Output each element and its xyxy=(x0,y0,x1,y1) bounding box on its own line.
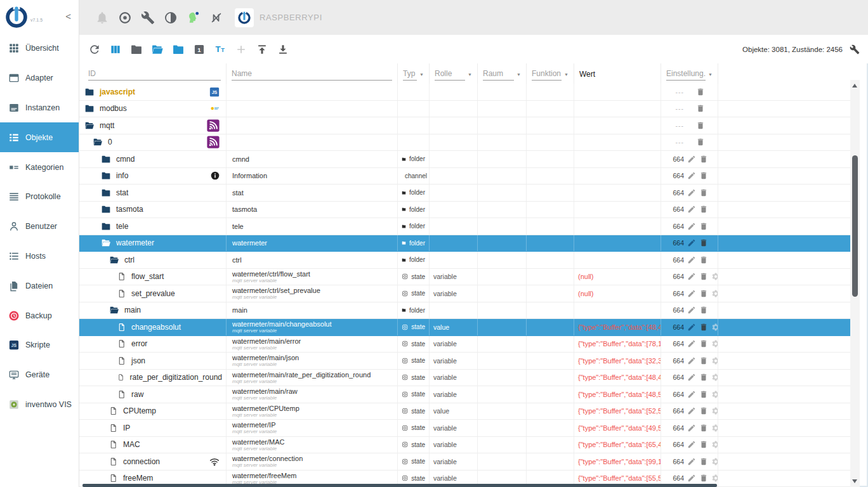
pencil-icon[interactable] xyxy=(687,171,696,180)
columns-icon[interactable] xyxy=(109,43,122,56)
trash-icon[interactable] xyxy=(699,188,708,197)
expand-one-icon[interactable]: 1 xyxy=(193,43,206,56)
trash-icon[interactable] xyxy=(696,121,705,130)
visibility-icon[interactable] xyxy=(118,11,132,25)
table-row[interactable]: jsonwatermeter/main/jsonmqtt server vari… xyxy=(79,353,850,370)
column-header-typ[interactable]: Typ▼ xyxy=(398,63,430,84)
trash-icon[interactable] xyxy=(699,457,708,466)
pencil-icon[interactable] xyxy=(687,289,696,298)
upload-icon[interactable] xyxy=(256,43,268,56)
scroll-up-arrow[interactable] xyxy=(852,84,857,88)
file-icon[interactable] xyxy=(117,356,126,365)
folder-closed-icon[interactable] xyxy=(130,43,143,56)
file-icon[interactable] xyxy=(109,457,118,466)
scrollbar-thumb[interactable] xyxy=(852,155,858,297)
folder-open-icon[interactable] xyxy=(109,305,119,315)
pencil-icon[interactable] xyxy=(687,424,696,432)
sidebar-item-kategorien[interactable]: Kategorien xyxy=(0,152,79,182)
table-row[interactable]: MACwatermeter/MACmqtt server variablesta… xyxy=(79,437,850,454)
wrench-icon[interactable] xyxy=(141,11,155,25)
folder-icon[interactable] xyxy=(84,87,95,97)
column-header-wert[interactable]: Wert xyxy=(574,63,661,84)
folder-icon[interactable] xyxy=(101,171,111,181)
table-row[interactable]: connectionwatermeter/connectionmqtt serv… xyxy=(79,453,850,471)
gear-icon[interactable] xyxy=(711,339,718,348)
trash-icon[interactable] xyxy=(699,272,708,281)
gear-icon[interactable] xyxy=(711,457,718,466)
pencil-icon[interactable] xyxy=(687,188,696,197)
table-row[interactable]: ctrlctrlfolder664 xyxy=(79,252,850,269)
pencil-icon[interactable] xyxy=(687,256,696,264)
folder-open-icon[interactable] xyxy=(109,255,119,265)
column-header-einstellung[interactable]: Einstellung...▼ xyxy=(661,63,718,84)
sidebar-item-dateien[interactable]: Dateien xyxy=(0,271,79,301)
table-row[interactable]: watermeterwatermeterfolder664 xyxy=(79,235,850,252)
file-icon[interactable] xyxy=(117,272,126,281)
pencil-icon[interactable] xyxy=(687,390,696,399)
theme-icon[interactable] xyxy=(164,11,178,25)
pencil-icon[interactable] xyxy=(687,373,696,382)
table-row[interactable]: CPUtempwatermeter/CPUtempmqtt server var… xyxy=(79,403,850,420)
table-row[interactable]: flow_startwatermeter/ctrl/flow_startmqtt… xyxy=(79,269,850,286)
pencil-icon[interactable] xyxy=(687,222,696,231)
pencil-icon[interactable] xyxy=(687,356,696,365)
gear-icon[interactable] xyxy=(711,474,718,483)
folder-open-icon[interactable] xyxy=(93,137,103,147)
pencil-icon[interactable] xyxy=(687,272,696,281)
column-header-raum[interactable]: Raum▼ xyxy=(478,63,527,84)
bell-icon[interactable] xyxy=(95,11,109,25)
sidebar-item-benutzer[interactable]: Benutzer xyxy=(0,212,79,242)
text-icon[interactable]: TT xyxy=(214,43,227,56)
file-icon[interactable] xyxy=(117,339,126,348)
file-icon[interactable] xyxy=(117,390,126,399)
horizontal-scrollbar[interactable] xyxy=(82,484,717,487)
gear-icon[interactable] xyxy=(711,289,718,298)
table-row[interactable]: mqtt--- xyxy=(79,117,850,134)
trash-icon[interactable] xyxy=(699,289,708,298)
column-header-funktion[interactable]: Funktion▼ xyxy=(527,63,574,84)
folder-open-icon[interactable] xyxy=(151,43,164,56)
trash-icon[interactable] xyxy=(699,171,708,180)
column-header-id[interactable]: ID xyxy=(79,63,227,84)
file-icon[interactable] xyxy=(117,373,125,382)
table-row[interactable]: rawwatermeter/main/rawmqtt server variab… xyxy=(79,386,850,403)
file-icon[interactable] xyxy=(117,323,126,332)
gear-icon[interactable] xyxy=(711,356,718,365)
pencil-icon[interactable] xyxy=(687,406,696,415)
file-icon[interactable] xyxy=(117,289,126,298)
table-row[interactable]: javascriptJS--- xyxy=(79,84,850,101)
trash-icon[interactable] xyxy=(696,138,705,146)
trash-icon[interactable] xyxy=(699,222,708,231)
table-row[interactable]: cmndcmndfolder664 xyxy=(79,151,850,168)
table-row[interactable]: mainmainfolder664 xyxy=(79,302,850,320)
pencil-icon[interactable] xyxy=(687,205,696,214)
gear-icon[interactable] xyxy=(711,373,718,382)
table-row[interactable]: changeabsolutwatermeter/main/changeabsol… xyxy=(79,319,850,336)
pencil-icon[interactable] xyxy=(687,339,696,348)
sidebar-item-protokolle[interactable]: Protokolle xyxy=(0,182,79,212)
gear-icon[interactable] xyxy=(711,390,718,399)
download-icon[interactable] xyxy=(277,43,289,56)
table-row[interactable]: statstatfolder664 xyxy=(79,185,850,202)
trash-icon[interactable] xyxy=(699,256,708,264)
pencil-icon[interactable] xyxy=(687,440,696,449)
table-row[interactable]: infoInformationchannel664 xyxy=(79,168,850,185)
sidebar-item-instanzen[interactable]: Instanzen xyxy=(0,93,79,123)
sidebar-item-hosts[interactable]: Hosts xyxy=(0,242,79,271)
vertical-scrollbar[interactable] xyxy=(850,80,860,487)
sidebar-item-objekte[interactable]: Objekte xyxy=(0,122,79,152)
sidebar-collapse-button[interactable]: < xyxy=(65,11,71,22)
trash-icon[interactable] xyxy=(699,390,708,399)
expert-mode-icon[interactable] xyxy=(187,11,201,25)
trash-icon[interactable] xyxy=(699,474,708,483)
sidebar-item-skripte[interactable]: JSSkripte xyxy=(0,330,79,360)
table-row[interactable]: teletelefolder664 xyxy=(79,218,850,235)
trash-icon[interactable] xyxy=(699,205,708,214)
sidebar-item-geraete[interactable]: Geräte xyxy=(0,360,79,390)
trash-icon[interactable] xyxy=(699,406,708,415)
file-icon[interactable] xyxy=(109,474,118,483)
table-row[interactable]: rate_per_digitization_roundwatermeter/ma… xyxy=(79,370,850,387)
gear-icon[interactable] xyxy=(711,406,718,415)
folder-open-icon[interactable] xyxy=(84,120,95,131)
pencil-icon[interactable] xyxy=(687,238,696,247)
